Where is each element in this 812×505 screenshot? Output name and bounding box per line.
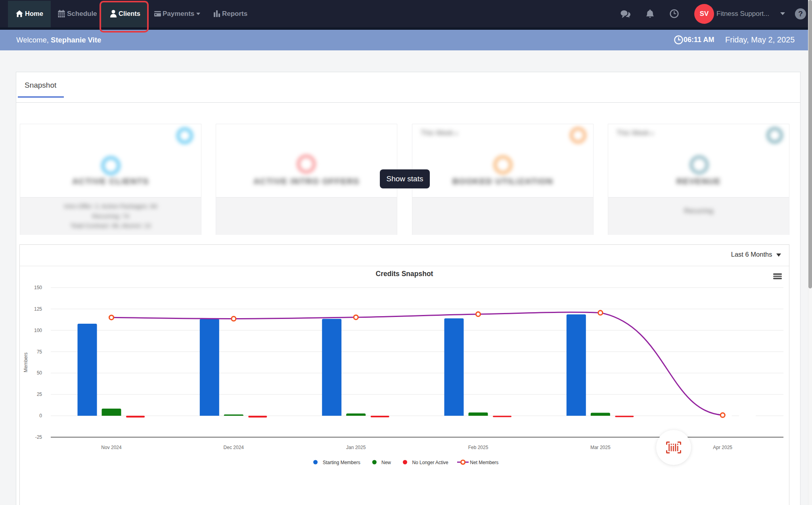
- svg-text:125: 125: [34, 306, 42, 312]
- svg-text:Mar 2025: Mar 2025: [590, 445, 611, 450]
- svg-text:50: 50: [37, 370, 42, 376]
- svg-text:No Longer Active: No Longer Active: [412, 460, 448, 465]
- svg-text:75: 75: [37, 349, 42, 355]
- svg-text:-25: -25: [35, 434, 42, 440]
- svg-text:Apr 2025: Apr 2025: [713, 445, 732, 450]
- svg-text:100: 100: [34, 328, 42, 333]
- svg-text:0: 0: [39, 413, 42, 419]
- svg-text:Dec 2024: Dec 2024: [224, 445, 244, 450]
- svg-text:150: 150: [34, 285, 42, 290]
- svg-text:Feb 2025: Feb 2025: [468, 445, 488, 450]
- svg-text:Starting Members: Starting Members: [323, 460, 360, 465]
- svg-text:Nov 2024: Nov 2024: [101, 445, 122, 450]
- svg-text:Jan 2025: Jan 2025: [346, 445, 366, 450]
- svg-text:New: New: [381, 460, 391, 465]
- svg-text:Net Members: Net Members: [470, 460, 498, 465]
- svg-text:25: 25: [37, 392, 42, 397]
- svg-text:Members: Members: [23, 352, 29, 372]
